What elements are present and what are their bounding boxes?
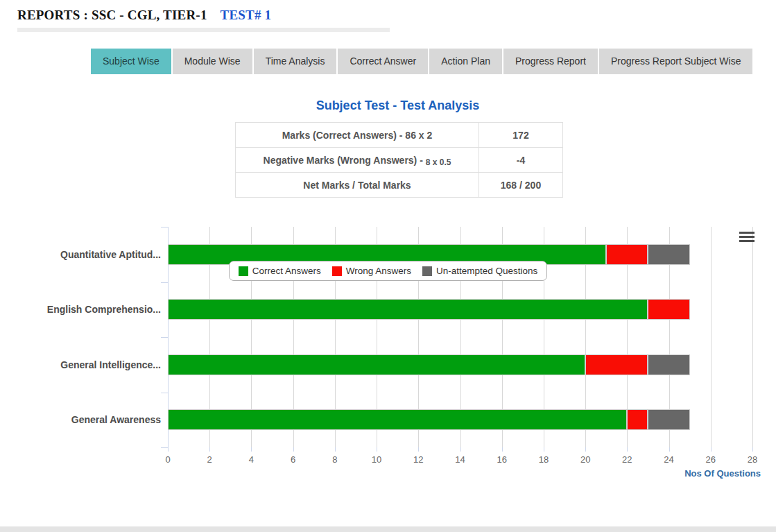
x-axis-tick-label: 22 xyxy=(612,454,642,465)
x-axis-tick xyxy=(627,447,628,452)
legend-swatch-icon xyxy=(332,266,342,276)
page-title: Subject Test - Test Analysis xyxy=(17,98,776,113)
legend-label: Correct Answers xyxy=(252,266,321,276)
y-axis-tick xyxy=(161,393,168,393)
x-axis-tick-label: 16 xyxy=(487,454,517,465)
x-axis-tick-label: 14 xyxy=(445,454,476,465)
x-axis-tick xyxy=(585,447,586,452)
y-axis-tick xyxy=(161,447,168,448)
x-axis-tick xyxy=(168,447,169,452)
legend-label: Wrong Answers xyxy=(346,266,411,276)
bar-segment-correct-answers[interactable] xyxy=(168,409,627,430)
category-label-general-intelligence: General Intelligence... xyxy=(0,337,161,393)
bar-segment-un-attempted-questions[interactable] xyxy=(648,409,689,430)
x-axis-tick xyxy=(251,447,252,452)
category-label-english-comprehensio: English Comprehensio... xyxy=(0,282,161,338)
bar-segment-correct-answers[interactable] xyxy=(168,299,648,320)
summary-row-value: -4 xyxy=(479,148,563,173)
marks-summary-table: Marks (Correct Answers) - 86 x 2172Negat… xyxy=(235,122,563,198)
x-axis-tick-label: 0 xyxy=(153,454,183,465)
x-axis-tick-label: 8 xyxy=(320,454,350,465)
x-axis-tick-label: 4 xyxy=(236,454,266,465)
bar-general-intelligence xyxy=(168,354,752,375)
header-divider xyxy=(17,28,390,32)
bar-segment-wrong-answers[interactable] xyxy=(585,354,648,375)
legend-label: Un-attempted Questions xyxy=(436,266,537,276)
legend-item-un-attempted-questions[interactable]: Un-attempted Questions xyxy=(422,266,537,276)
report-title: REPORTS : SSC - CGL, TIER-1 xyxy=(17,8,207,22)
summary-row: Negative Marks (Wrong Answers) - 8 x 0.5… xyxy=(236,148,563,173)
report-header: REPORTS : SSC - CGL, TIER-1 TEST# 1 xyxy=(17,8,271,23)
x-axis-tick xyxy=(669,447,670,452)
tab-correct-answer[interactable]: Correct Answer xyxy=(338,49,429,74)
tab-progress-report[interactable]: Progress Report xyxy=(503,49,599,74)
test-number-label[interactable]: TEST# 1 xyxy=(221,8,272,22)
legend-item-wrong-answers[interactable]: Wrong Answers xyxy=(332,266,411,276)
x-axis-tick xyxy=(293,447,294,452)
tab-action-plan[interactable]: Action Plan xyxy=(429,49,503,74)
summary-row-label: Negative Marks (Wrong Answers) - 8 x 0.5 xyxy=(236,148,479,173)
x-axis-tick-label: 12 xyxy=(403,454,433,465)
x-axis-tick xyxy=(752,447,753,452)
x-axis-tick xyxy=(418,447,419,452)
x-axis-tick-label: 26 xyxy=(696,454,726,465)
bar-segment-wrong-answers[interactable] xyxy=(648,299,689,320)
bar-general-awareness xyxy=(168,409,752,430)
x-axis-tick xyxy=(377,447,377,452)
x-axis-tick-label: 24 xyxy=(654,454,684,465)
x-axis-tick-label: 6 xyxy=(278,454,309,465)
category-label-general-awareness: General Awareness xyxy=(0,393,161,448)
x-axis-tick xyxy=(460,447,461,452)
summary-row-label: Net Marks / Total Marks xyxy=(236,173,479,198)
y-axis-tick xyxy=(161,337,168,338)
y-axis-tick xyxy=(161,227,168,228)
plot-area xyxy=(168,227,752,447)
summary-row-value: 172 xyxy=(479,123,563,148)
tab-module-wise[interactable]: Module Wise xyxy=(173,49,254,74)
x-axis-title: Nos Of Questions xyxy=(684,468,761,479)
x-axis-tick xyxy=(544,447,544,452)
x-axis-tick-label: 20 xyxy=(570,454,601,465)
tab-time-analysis[interactable]: Time Analysis xyxy=(254,49,338,74)
summary-row: Net Marks / Total Marks168 / 200 xyxy=(236,173,563,198)
bar-english-comprehensio xyxy=(168,299,752,320)
x-axis-tick-label: 10 xyxy=(361,454,392,465)
summary-row-label: Marks (Correct Answers) - 86 x 2 xyxy=(236,123,479,148)
marks-summary-table-body: Marks (Correct Answers) - 86 x 2172Negat… xyxy=(236,123,563,198)
chart-legend-wrap: Correct AnswersWrong AnswersUn-attempted… xyxy=(0,261,776,281)
summary-row: Marks (Correct Answers) - 86 x 2172 xyxy=(236,123,563,148)
x-axis-tick xyxy=(335,447,336,452)
tab-subject-wise[interactable]: Subject Wise xyxy=(91,49,173,74)
x-axis-tick xyxy=(711,447,712,452)
bar-segment-correct-answers[interactable] xyxy=(168,354,585,375)
summary-row-value: 168 / 200 xyxy=(479,173,563,198)
x-axis-tick xyxy=(209,447,210,452)
x-axis-tick xyxy=(502,447,503,452)
bar-segment-wrong-answers[interactable] xyxy=(627,409,648,430)
x-axis-tick-label: 2 xyxy=(194,454,225,465)
y-axis-tick xyxy=(161,282,168,283)
bottom-scrollbar-track[interactable] xyxy=(0,526,776,532)
x-axis-tick-label: 18 xyxy=(528,454,559,465)
x-axis-tick-label: 28 xyxy=(737,454,768,465)
chart-legend: Correct AnswersWrong AnswersUn-attempted… xyxy=(229,261,548,281)
legend-swatch-icon xyxy=(239,266,248,276)
legend-swatch-icon xyxy=(422,266,432,276)
tab-progress-report-subject-wise[interactable]: Progress Report Subject Wise xyxy=(599,49,753,74)
chart-context-menu-icon[interactable] xyxy=(738,230,757,247)
gridline xyxy=(752,227,753,447)
bar-segment-un-attempted-questions[interactable] xyxy=(648,354,689,375)
legend-item-correct-answers[interactable]: Correct Answers xyxy=(239,266,321,276)
tabs: Subject WiseModule WiseTime AnalysisCorr… xyxy=(91,49,752,74)
